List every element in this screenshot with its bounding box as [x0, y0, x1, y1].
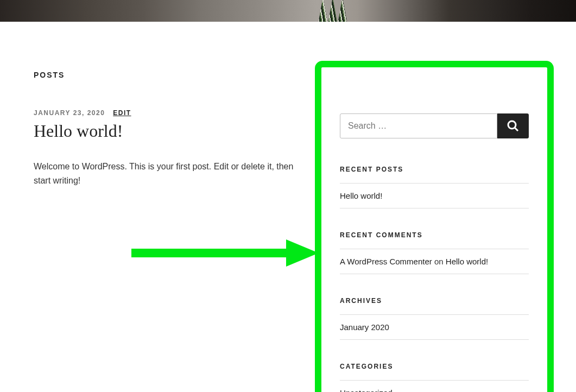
comment-on-text: on [434, 257, 444, 266]
category-link[interactable]: Uncategorized [340, 388, 393, 392]
archive-link[interactable]: January 2020 [340, 323, 389, 332]
category-item: Uncategorized [340, 380, 529, 392]
recent-post-item: Hello world! [340, 183, 529, 208]
archive-item: January 2020 [340, 314, 529, 340]
main-column: POSTS JANUARY 23, 2020 EDIT Hello world!… [0, 38, 315, 392]
post-edit-link[interactable]: EDIT [113, 109, 131, 117]
content-wrap: POSTS JANUARY 23, 2020 EDIT Hello world!… [0, 22, 576, 392]
recent-comment-item: A WordPress Commenter on Hello world! [340, 249, 529, 274]
post-date-link[interactable]: JANUARY 23, 2020 [34, 109, 105, 117]
post-title-link[interactable]: Hello world! [34, 121, 123, 141]
sidebar: RECENT POSTS Hello world! RECENT COMMENT… [315, 61, 554, 392]
post-title[interactable]: Hello world! [34, 121, 304, 141]
post-excerpt: Welcome to WordPress. This is your first… [34, 160, 304, 187]
posts-heading: POSTS [34, 71, 304, 79]
search-icon [507, 119, 520, 132]
search-button[interactable] [497, 113, 529, 138]
hero-banner [0, 0, 576, 22]
categories-widget: CATEGORIES Uncategorized [340, 363, 529, 392]
archives-widget: ARCHIVES January 2020 [340, 297, 529, 340]
comment-author-link[interactable]: A WordPress Commenter [340, 257, 432, 266]
recent-comments-title: RECENT COMMENTS [340, 231, 529, 239]
recent-post-link[interactable]: Hello world! [340, 191, 382, 200]
search-input[interactable] [340, 113, 497, 138]
search-widget [340, 113, 529, 138]
archives-title: ARCHIVES [340, 297, 529, 305]
recent-comments-widget: RECENT COMMENTS A WordPress Commenter on… [340, 231, 529, 274]
categories-title: CATEGORIES [340, 363, 529, 370]
recent-posts-title: RECENT POSTS [340, 166, 529, 173]
post-meta: JANUARY 23, 2020 EDIT [34, 109, 304, 117]
svg-line-3 [515, 128, 518, 131]
svg-point-2 [508, 121, 516, 129]
recent-posts-widget: RECENT POSTS Hello world! [340, 166, 529, 208]
comment-post-link[interactable]: Hello world! [446, 257, 488, 266]
